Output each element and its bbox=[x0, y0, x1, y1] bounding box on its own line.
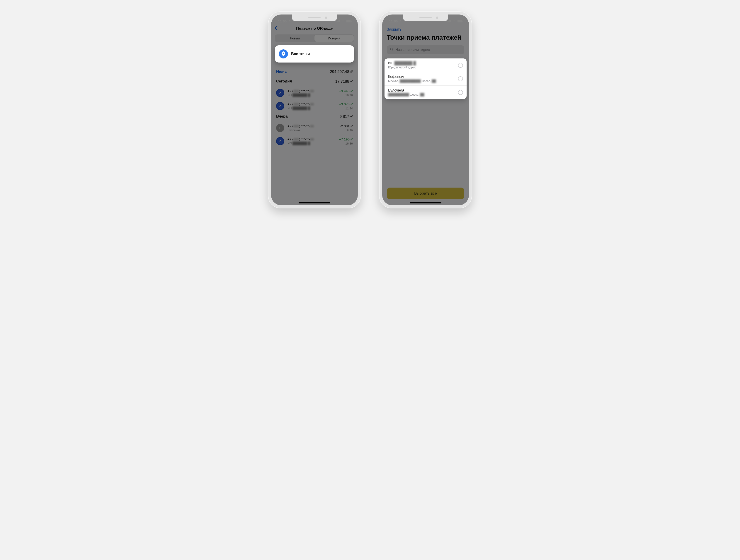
svg-rect-5 bbox=[347, 20, 351, 22]
svg-rect-6 bbox=[351, 21, 352, 22]
txn-amount: +9 440 ₽ bbox=[339, 89, 353, 93]
front-camera bbox=[436, 16, 438, 19]
points-list: ИП ███████ █.Юридический адресКофепоинтМ… bbox=[384, 59, 467, 99]
svg-rect-1 bbox=[337, 21, 338, 22]
txn-time: 16:36 bbox=[339, 142, 353, 145]
transaction-row[interactable]: +7 (000) ***-**-00ИП ███████ █.+3 078 ₽1… bbox=[271, 100, 358, 113]
list-item[interactable]: Булочная██████████ шоссе, ██ bbox=[384, 85, 467, 99]
front-camera bbox=[325, 16, 327, 19]
wifi-icon bbox=[341, 20, 345, 22]
wifi-icon bbox=[452, 20, 456, 22]
tab-new[interactable]: Новый bbox=[275, 35, 314, 42]
point-address: Москва, ██████████ шоссе, ██ bbox=[388, 79, 455, 83]
location-icon bbox=[288, 20, 290, 22]
txn-phone: +7 (000) ***-**-00 bbox=[287, 137, 336, 141]
location-icon bbox=[399, 20, 401, 22]
all-points-label: Все точки bbox=[291, 51, 310, 56]
signal-icon bbox=[336, 20, 340, 22]
notch bbox=[292, 14, 337, 21]
speaker-grille bbox=[420, 17, 432, 18]
svg-rect-8 bbox=[448, 21, 449, 22]
svg-rect-9 bbox=[449, 20, 450, 22]
radio-button[interactable] bbox=[458, 76, 463, 81]
notch bbox=[403, 14, 448, 21]
phone-right-screen: 11:00 Закрыть bbox=[382, 14, 469, 205]
txn-amount: -2 081 ₽ bbox=[340, 124, 353, 128]
group-header: Сегодня17 7188 ₽ bbox=[271, 78, 358, 87]
pin-icon bbox=[279, 49, 288, 59]
home-indicator[interactable] bbox=[410, 202, 441, 203]
transaction-row[interactable]: +7 (000) ***-**-00ИП ███████ █.+9 440 ₽1… bbox=[271, 87, 358, 100]
phone-left-frame: 11:00 bbox=[268, 11, 361, 208]
point-address: ██████████ шоссе, ██ bbox=[388, 93, 455, 96]
txn-phone: +7 (000) ***-**-00 bbox=[287, 89, 336, 93]
search-input[interactable]: Название или адрес bbox=[387, 45, 464, 54]
txn-subtitle: ИП ███████ █. bbox=[287, 141, 311, 145]
tab-history[interactable]: История bbox=[314, 35, 354, 42]
search-placeholder: Название или адрес bbox=[395, 48, 430, 52]
battery-icon bbox=[457, 20, 463, 22]
close-link[interactable]: Закрыть bbox=[382, 24, 469, 33]
point-name: ИП ███████ █. bbox=[388, 61, 455, 65]
radio-button[interactable] bbox=[458, 90, 463, 95]
status-time: 11:00 bbox=[278, 19, 287, 23]
svg-rect-12 bbox=[458, 20, 462, 22]
all-points-card[interactable]: Все точки bbox=[275, 45, 354, 63]
transaction-row[interactable]: +7 (000) ***-**-00Булочная-2 081 ₽8:29 bbox=[271, 122, 358, 135]
nav-bar: Платеж по QR-коду bbox=[271, 24, 358, 33]
search-icon bbox=[390, 47, 393, 52]
select-all-button[interactable]: Выбрать все bbox=[387, 188, 464, 199]
group-title: Вчера bbox=[276, 114, 288, 119]
arrow-out-icon bbox=[276, 137, 284, 145]
txn-time: 11:24 bbox=[339, 107, 353, 110]
stage: 11:00 bbox=[268, 11, 472, 208]
txn-phone: +7 (000) ***-**-00 bbox=[287, 102, 336, 106]
svg-rect-13 bbox=[462, 21, 463, 22]
group-total: 9 817 ₽ bbox=[340, 114, 353, 119]
txn-phone: +7 (000) ***-**-00 bbox=[287, 124, 337, 128]
svg-rect-7 bbox=[447, 21, 448, 22]
svg-rect-3 bbox=[339, 20, 340, 22]
txn-subtitle: Булочная bbox=[287, 128, 300, 132]
group-total: 17 7188 ₽ bbox=[335, 79, 353, 84]
month-total: 294 297,48 ₽ bbox=[330, 69, 353, 74]
home-indicator[interactable] bbox=[299, 202, 330, 203]
status-time: 11:00 bbox=[389, 19, 398, 23]
page-title: Платеж по QR-коду bbox=[296, 26, 333, 31]
arrow-left-icon bbox=[276, 124, 284, 132]
svg-rect-2 bbox=[338, 20, 339, 22]
txn-time: 16:36 bbox=[339, 94, 353, 97]
segmented-control[interactable]: Новый История bbox=[275, 34, 354, 42]
txn-subtitle: ИП ███████ █. bbox=[287, 106, 311, 110]
phone-left-screen: 11:00 bbox=[271, 14, 358, 205]
svg-line-15 bbox=[392, 50, 393, 51]
speaker-grille bbox=[308, 17, 320, 18]
signal-icon bbox=[447, 20, 451, 22]
back-button[interactable] bbox=[274, 26, 278, 31]
arrow-out-icon bbox=[276, 89, 284, 97]
point-name: Кофепоинт bbox=[388, 75, 455, 79]
month-summary-row[interactable]: Июнь 294 297,48 ₽ bbox=[271, 68, 358, 78]
txn-amount: +7 190 ₽ bbox=[339, 137, 353, 141]
svg-rect-0 bbox=[336, 21, 337, 22]
phone-right-frame: 11:00 Закрыть bbox=[379, 11, 472, 208]
sheet-title: Точки приема платежей bbox=[382, 33, 469, 45]
point-name: Булочная bbox=[388, 88, 455, 92]
transaction-row[interactable]: +7 (000) ***-**-00ИП ███████ █.+7 190 ₽1… bbox=[271, 135, 358, 148]
txn-time: 8:29 bbox=[340, 129, 353, 132]
txn-amount: +3 078 ₽ bbox=[339, 102, 353, 106]
txn-subtitle: ИП ███████ █. bbox=[287, 93, 311, 97]
point-address: Юридический адрес bbox=[388, 66, 455, 69]
arrow-out-icon bbox=[276, 102, 284, 110]
month-label: Июнь bbox=[276, 69, 287, 74]
battery-icon bbox=[346, 20, 352, 22]
radio-button[interactable] bbox=[458, 63, 463, 68]
list-item[interactable]: ИП ███████ █.Юридический адрес bbox=[384, 59, 467, 72]
svg-rect-10 bbox=[450, 20, 451, 22]
list-item[interactable]: КофепоинтМосква, ██████████ шоссе, ██ bbox=[384, 72, 467, 85]
group-header: Вчера9 817 ₽ bbox=[271, 113, 358, 122]
group-title: Сегодня bbox=[276, 79, 292, 84]
